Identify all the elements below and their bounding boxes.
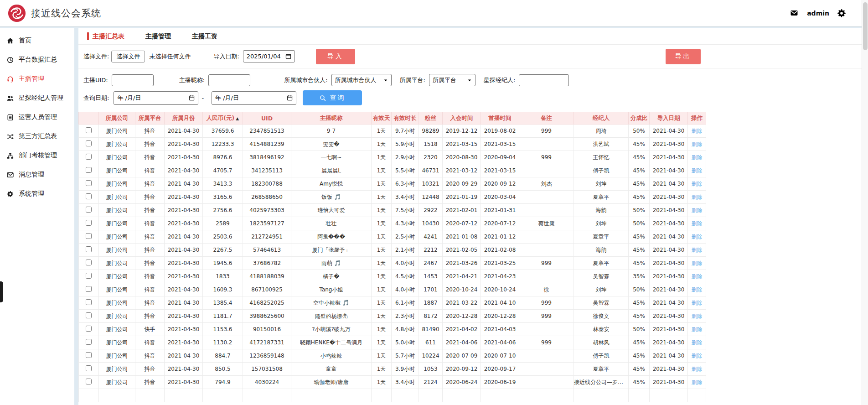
column-header[interactable]: UID: [243, 112, 291, 125]
delete-link[interactable]: 删除: [692, 366, 703, 372]
file-select-button[interactable]: 选择文件: [111, 51, 145, 62]
column-header[interactable]: 粉丝: [419, 112, 443, 125]
delete-link[interactable]: 删除: [692, 326, 703, 332]
delete-link[interactable]: 删除: [692, 339, 703, 346]
sidebar-item-third-party-summary[interactable]: 第三方汇总表: [0, 127, 74, 146]
column-header[interactable]: 人民币(元)▲: [203, 112, 243, 125]
query-button[interactable]: 查询: [303, 90, 362, 105]
sidebar-item-home[interactable]: 首页: [0, 31, 74, 50]
calendar-icon[interactable]: [285, 53, 291, 59]
table-row: 厦门公司抖音2021-04-301181.73988625600隔壁的杨漂亮1天…: [79, 310, 706, 323]
row-checkbox[interactable]: [86, 273, 92, 279]
nickname-input[interactable]: [208, 74, 250, 86]
column-header[interactable]: 所属月份: [165, 112, 203, 125]
row-checkbox[interactable]: [86, 379, 92, 384]
row-checkbox[interactable]: [86, 167, 92, 173]
calendar-icon[interactable]: [189, 95, 195, 101]
import-button[interactable]: 导入: [316, 49, 355, 64]
table-cell: 4.3小时: [392, 217, 419, 230]
tab-anchor-summary[interactable]: 主播汇总表: [82, 32, 135, 41]
delete-link[interactable]: 删除: [692, 234, 703, 240]
delete-link[interactable]: 删除: [692, 154, 703, 161]
delete-link[interactable]: 删除: [692, 260, 703, 266]
table-cell: 2020-09-29: [443, 177, 481, 191]
sidebar-item-message-management[interactable]: 消息管理: [0, 165, 74, 184]
delete-link[interactable]: 删除: [692, 247, 703, 253]
row-checkbox[interactable]: [86, 312, 92, 318]
row-checkbox[interactable]: [86, 154, 92, 160]
table-cell: 3.9小时: [392, 363, 419, 376]
row-checkbox[interactable]: [86, 339, 92, 345]
column-header[interactable]: 经纪人: [574, 112, 629, 125]
row-checkbox[interactable]: [86, 207, 92, 213]
column-header[interactable]: 有效时长: [392, 112, 419, 125]
delete-link[interactable]: 删除: [692, 194, 703, 200]
column-header[interactable]: 入会时间: [443, 112, 481, 125]
row-checkbox[interactable]: [86, 326, 92, 332]
vertical-scrollbar[interactable]: [862, 0, 868, 405]
query-date-end-input[interactable]: 年 /月/日: [212, 91, 296, 105]
row-checkbox[interactable]: [86, 260, 92, 265]
sidebar-item-operations-staff-management[interactable]: 运营人员管理: [0, 108, 74, 127]
scout-agent-input[interactable]: [519, 74, 569, 86]
query-date-start-input[interactable]: 年 /月/日: [114, 91, 198, 105]
delete-link[interactable]: 删除: [692, 286, 703, 293]
table-cell: 45%: [629, 151, 650, 164]
column-header[interactable]: 备注: [519, 112, 574, 125]
row-checkbox[interactable]: [86, 246, 92, 252]
export-button[interactable]: 导出: [666, 49, 701, 64]
row-checkbox[interactable]: [86, 233, 92, 239]
column-header[interactable]: 有效天: [372, 112, 392, 125]
table-cell: 2021-04-30: [165, 336, 203, 349]
delete-link[interactable]: 删除: [692, 273, 703, 280]
row-checkbox[interactable]: [86, 220, 92, 226]
table-cell: 厦门公司: [99, 363, 135, 376]
sidebar-item-system-management[interactable]: 系统管理: [0, 184, 74, 203]
username[interactable]: admin: [807, 10, 829, 17]
row-checkbox[interactable]: [86, 193, 92, 199]
delete-link[interactable]: 删除: [692, 379, 703, 385]
column-header[interactable]: 所属公司: [99, 112, 135, 125]
column-header[interactable]: 分成比: [629, 112, 650, 125]
delete-link[interactable]: 删除: [692, 353, 703, 359]
delete-link[interactable]: 删除: [692, 220, 703, 227]
delete-link[interactable]: 删除: [692, 181, 703, 187]
delete-link[interactable]: 删除: [692, 207, 703, 213]
platform-select[interactable]: 所属平台: [429, 74, 475, 86]
uid-input[interactable]: [112, 74, 154, 86]
scrollbar-thumb[interactable]: [863, 2, 868, 50]
calendar-icon[interactable]: [287, 95, 293, 101]
table-cell: 2021-04-30: [165, 363, 203, 376]
sidebar-item-anchor-management[interactable]: 主播管理: [0, 69, 74, 88]
delete-link[interactable]: 删除: [692, 128, 703, 134]
column-header[interactable]: 操作: [688, 112, 706, 125]
tab-anchor-salary[interactable]: 主播工资: [181, 32, 228, 41]
row-checkbox[interactable]: [86, 140, 92, 146]
table-cell: 夏章平: [574, 257, 629, 270]
tab-anchor-management[interactable]: 主播管理: [135, 32, 181, 41]
table-cell: 2020-06-19: [481, 376, 519, 389]
mail-icon[interactable]: [789, 9, 799, 17]
delete-link[interactable]: 删除: [692, 141, 703, 147]
city-partner-select[interactable]: 所属城市合伙人: [331, 74, 392, 86]
sidebar-item-platform-data-summary[interactable]: 平台数据汇总: [0, 50, 74, 69]
column-header[interactable]: 导入日期: [650, 112, 688, 125]
users-icon: [7, 95, 14, 102]
row-checkbox[interactable]: [86, 286, 92, 292]
row-checkbox[interactable]: [86, 365, 92, 371]
import-date-input[interactable]: 2025/01/04: [243, 50, 295, 62]
sidebar-item-scout-agent-management[interactable]: 星探经纪人管理: [0, 88, 74, 108]
row-checkbox[interactable]: [86, 352, 92, 358]
delete-link[interactable]: 删除: [692, 313, 703, 319]
column-header[interactable]: 所属平台: [135, 112, 165, 125]
row-checkbox[interactable]: [86, 299, 92, 305]
table-cell: 2021-04-30: [650, 296, 688, 310]
gear-icon[interactable]: [837, 9, 846, 18]
delete-link[interactable]: 删除: [692, 167, 703, 174]
row-checkbox[interactable]: [86, 180, 92, 186]
row-checkbox[interactable]: [86, 127, 92, 133]
column-header[interactable]: 主播昵称: [291, 112, 372, 125]
delete-link[interactable]: 删除: [692, 300, 703, 306]
sidebar-item-department-assessment[interactable]: 部门考核管理: [0, 146, 74, 165]
column-header[interactable]: 首播时间: [481, 112, 519, 125]
